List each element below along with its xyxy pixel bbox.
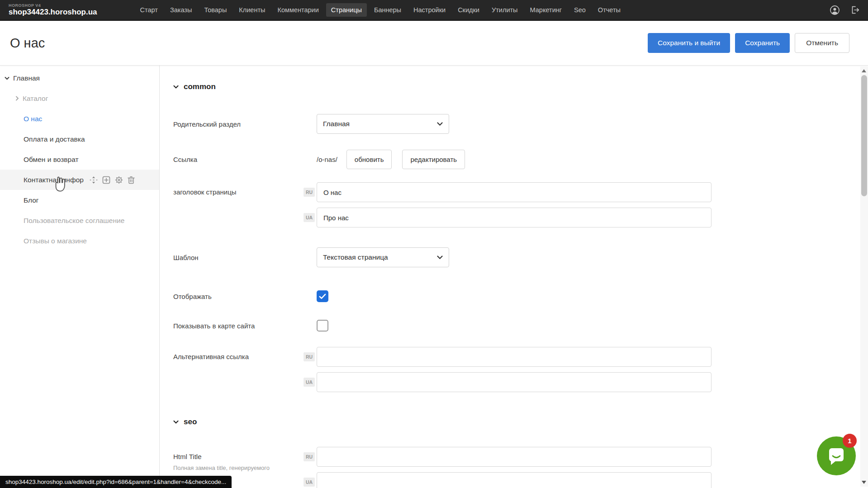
tree-item-kontaktnaya[interactable]: Контактная инфор xyxy=(0,170,159,190)
chevron-down-icon[interactable] xyxy=(5,76,9,80)
header-buttons: Сохранить и выйти Сохранить Отменить xyxy=(648,33,849,53)
display-row: Отображать xyxy=(173,290,868,302)
logout-icon[interactable] xyxy=(850,5,860,15)
scrollbar-down-arrow[interactable] xyxy=(862,481,866,484)
tree-item-label: Оплата и доставка xyxy=(24,135,85,143)
link-edit-button[interactable]: редактировать xyxy=(402,150,465,169)
tree-item-o-nas[interactable]: О нас xyxy=(0,109,159,129)
save-and-exit-button[interactable]: Сохранить и выйти xyxy=(648,33,730,53)
page-title-ua-input[interactable] xyxy=(317,208,711,227)
nav-item-comments[interactable]: Комментарии xyxy=(272,3,323,17)
tree-item-label: Каталог xyxy=(23,95,48,103)
logo-domain: shop34423.horoshop.ua xyxy=(9,8,97,17)
tree-item-oplata[interactable]: Оплата и доставка xyxy=(0,129,159,149)
alt-link-ru-row: RU xyxy=(317,347,711,367)
page-header: О нас Сохранить и выйти Сохранить Отмени… xyxy=(0,21,868,66)
nav-item-pages[interactable]: Страницы xyxy=(326,3,367,17)
nav-item-settings[interactable]: Настройки xyxy=(408,3,451,17)
plus-icon[interactable] xyxy=(102,176,110,184)
parent-section-value: Главная xyxy=(323,120,350,128)
chat-launcher-button[interactable]: 1 xyxy=(817,436,856,475)
display-label: Отображать xyxy=(173,293,317,300)
section-title: seo xyxy=(184,417,197,426)
template-select[interactable]: Текстовая страница xyxy=(317,247,449,267)
chat-bubble-icon xyxy=(826,445,847,466)
check-icon xyxy=(319,294,326,299)
alt-link-label: Альтернативная ссылка xyxy=(173,347,317,360)
tree-item-label: О нас xyxy=(24,115,42,123)
nav-item-utilities[interactable]: Утилиты xyxy=(487,3,523,17)
page-title-ru-input[interactable] xyxy=(317,182,711,202)
nav-item-discounts[interactable]: Скидки xyxy=(453,3,484,17)
scrollbar-thumb[interactable] xyxy=(861,75,867,196)
tree-item-label: Блог xyxy=(24,196,39,204)
account-icon[interactable] xyxy=(830,5,840,15)
nav-item-start[interactable]: Старт xyxy=(135,3,163,17)
chevron-down-icon xyxy=(437,256,443,259)
nav-item-seo[interactable]: Seo xyxy=(569,3,591,17)
nav-item-marketing[interactable]: Маркетинг xyxy=(525,3,567,17)
tree-item-soglashenie[interactable]: Пользовательское соглашение xyxy=(0,210,159,231)
save-button[interactable]: Сохранить xyxy=(735,33,790,53)
section-common-header[interactable]: common xyxy=(173,82,868,91)
logo[interactable]: HOROSHOP V4 shop34423.horoshop.ua xyxy=(9,4,97,17)
alt-link-inputs: RU UA xyxy=(317,347,711,392)
lang-tag-ua: UA xyxy=(304,478,315,487)
top-navbar: HOROSHOP V4 shop34423.horoshop.ua Старт … xyxy=(0,0,868,21)
tree-item-otzyvy[interactable]: Отзывы о магазине xyxy=(0,231,159,251)
template-row: Шаблон Текстовая страница xyxy=(173,247,868,267)
tree-item-actions xyxy=(90,176,135,184)
tree-item-katalog[interactable]: Каталог xyxy=(0,88,159,109)
link-status-tooltip: shop34423.horoshop.ua/edit/edit.php?id=6… xyxy=(0,476,232,488)
navbar-right xyxy=(830,5,860,15)
nav-item-orders[interactable]: Заказы xyxy=(165,3,197,17)
page-title-ua-row: UA xyxy=(317,208,711,227)
html-title-ua-input[interactable] xyxy=(317,472,711,488)
link-label: Ссылка xyxy=(173,156,317,163)
page-title-ru-row: RU xyxy=(317,182,711,202)
lang-tag-ua: UA xyxy=(304,378,315,387)
main-menu: Старт Заказы Товары Клиенты Комментарии … xyxy=(135,3,626,17)
scrollbar-up-arrow[interactable] xyxy=(862,69,866,72)
chevron-right-icon[interactable] xyxy=(15,96,19,101)
page-edit-form: common Родительский раздел Главная Ссылк… xyxy=(160,66,868,487)
drag-icon[interactable] xyxy=(90,176,98,184)
html-title-label: Html Title xyxy=(173,453,317,460)
chevron-down-icon xyxy=(173,420,179,424)
gear-icon[interactable] xyxy=(115,176,123,184)
lang-tag-ua: UA xyxy=(304,213,315,222)
status-url: shop34423.horoshop.ua/edit/edit.php?id=6… xyxy=(5,479,226,485)
tree-item-glavnaya[interactable]: Главная xyxy=(0,68,159,88)
tree-item-blog[interactable]: Блог xyxy=(0,190,159,210)
tree-item-obmen[interactable]: Обмен и возврат xyxy=(0,149,159,170)
nav-item-banners[interactable]: Баннеры xyxy=(369,3,406,17)
section-title: common xyxy=(184,82,216,91)
chat-unread-badge: 1 xyxy=(843,434,857,448)
parent-section-label: Родительский раздел xyxy=(173,120,317,128)
pages-tree-sidebar: Главная Каталог О нас Оплата и доставка … xyxy=(0,66,160,487)
display-checkbox[interactable] xyxy=(317,290,328,302)
link-update-button[interactable]: обновить xyxy=(346,150,392,169)
page-title-inputs: RU UA xyxy=(317,182,711,227)
html-title-label-block: Html Title Полная замена title, генериру… xyxy=(173,447,317,472)
alt-link-ua-input[interactable] xyxy=(317,372,711,392)
nav-item-products[interactable]: Товары xyxy=(199,3,232,17)
template-label: Шаблон xyxy=(173,254,317,261)
html-title-ru-input[interactable] xyxy=(317,447,711,467)
cancel-button[interactable]: Отменить xyxy=(795,33,849,53)
html-title-ua-row: UA xyxy=(317,472,711,488)
nav-item-clients[interactable]: Клиенты xyxy=(234,3,270,17)
chevron-down-icon xyxy=(437,122,443,126)
alt-link-row: Альтернативная ссылка RU UA xyxy=(173,347,868,392)
section-seo-header[interactable]: seo xyxy=(173,417,868,426)
vertical-scrollbar[interactable] xyxy=(860,66,868,487)
parent-section-select[interactable]: Главная xyxy=(317,114,449,134)
alt-link-ru-input[interactable] xyxy=(317,347,711,367)
trash-icon[interactable] xyxy=(128,176,135,184)
parent-section-row: Родительский раздел Главная xyxy=(173,114,868,134)
tree-item-label: Пользовательское соглашение xyxy=(24,217,124,225)
nav-item-reports[interactable]: Отчеты xyxy=(593,3,626,17)
lang-tag-ru: RU xyxy=(304,452,315,461)
html-title-inputs: RU UA xyxy=(317,447,711,488)
sitemap-checkbox[interactable] xyxy=(317,320,328,332)
